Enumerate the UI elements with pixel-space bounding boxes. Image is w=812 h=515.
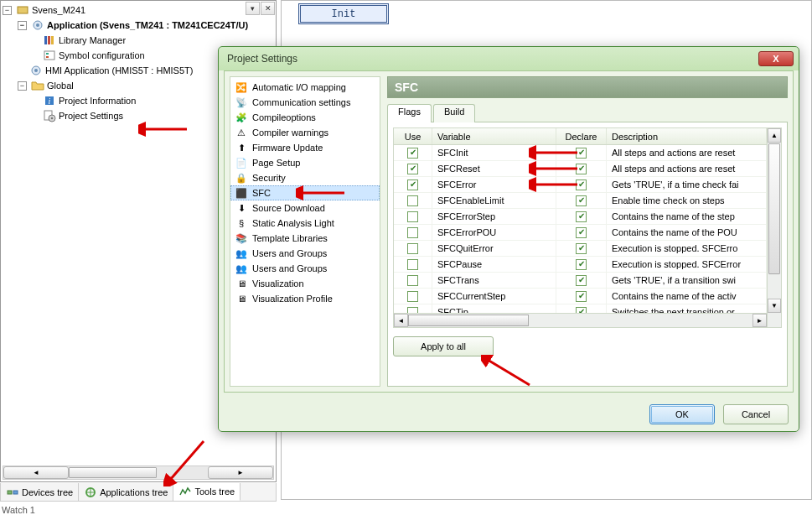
grid-row[interactable]: SFCPauseExecution is stopped. SFCError (394, 257, 767, 273)
close-icon: X (773, 54, 778, 64)
scroll-right-icon[interactable]: ► (753, 314, 767, 327)
category-icon: ⚠ (235, 126, 248, 139)
use-checkbox[interactable] (407, 275, 418, 286)
declare-checkbox[interactable] (576, 164, 587, 174)
panel-close-icon[interactable]: ✕ (261, 2, 275, 15)
category-label: Visualization (252, 278, 304, 289)
category-source-download[interactable]: ⬇Source Download (230, 200, 380, 216)
col-use[interactable]: Use (394, 128, 432, 144)
svg-rect-6 (44, 51, 54, 60)
use-checkbox[interactable] (407, 243, 418, 254)
expand-icon[interactable]: − (18, 21, 27, 30)
apply-to-all-button[interactable]: Apply to all (393, 336, 494, 356)
settings-category-list[interactable]: 🔀Automatic I/O mapping📡Communication set… (230, 76, 380, 387)
declare-checkbox[interactable] (576, 195, 587, 206)
category-automatic-i-o-mapping[interactable]: 🔀Automatic I/O mapping (230, 80, 380, 95)
tab-tools-tree[interactable]: Tools tree (173, 483, 240, 501)
tree-root[interactable]: − Svens_M241 (3, 3, 274, 18)
category-security[interactable]: 🔒Security (230, 170, 380, 185)
grid-row[interactable]: SFCInitAll steps and actions are reset (394, 145, 767, 161)
declare-checkbox[interactable] (576, 211, 587, 222)
section-title: SFC (387, 76, 788, 98)
declare-checkbox[interactable] (576, 259, 587, 270)
grid-row[interactable]: SFCResetAll steps and actions are reset (394, 161, 767, 177)
category-users-and-groups[interactable]: 👥Users and Groups (230, 261, 380, 276)
use-checkbox[interactable] (407, 164, 418, 174)
tab-devices-tree[interactable]: Devices tree (1, 483, 79, 501)
panel-dropdown-icon[interactable]: ▾ (246, 2, 260, 15)
category-sfc[interactable]: ⬛SFC (230, 185, 380, 200)
status-bar: Watch 1 (2, 505, 35, 515)
declare-checkbox[interactable] (576, 291, 587, 302)
use-checkbox[interactable] (407, 148, 418, 159)
scroll-left-icon[interactable]: ◄ (394, 314, 408, 327)
tab-applications-tree[interactable]: Applications tree (79, 483, 173, 501)
expand-icon[interactable]: − (3, 6, 12, 15)
category-firmware-update[interactable]: ⬆Firmware Update (230, 140, 380, 155)
dialog-title: Project Settings (227, 53, 297, 65)
declare-checkbox[interactable] (576, 275, 587, 286)
tree-h-scrollbar[interactable]: ◄ ► (3, 466, 274, 480)
tree-label: Global (47, 81, 74, 91)
scroll-thumb[interactable] (768, 143, 780, 274)
hmi-icon (29, 64, 43, 77)
col-description[interactable]: Description (607, 128, 767, 144)
category-template-libraries[interactable]: 📚Template Libraries (230, 231, 380, 246)
category-visualization-profile[interactable]: 🖥Visualization Profile (230, 291, 380, 306)
col-declare[interactable]: Declare (556, 128, 607, 144)
declare-checkbox[interactable] (576, 179, 587, 190)
use-checkbox[interactable] (407, 211, 418, 222)
use-checkbox[interactable] (407, 195, 418, 206)
category-compileoptions[interactable]: 🧩Compileoptions (230, 110, 380, 125)
category-visualization[interactable]: 🖥Visualization (230, 276, 380, 291)
category-page-setup[interactable]: 📄Page Setup (230, 155, 380, 170)
grid-h-scrollbar[interactable]: ◄ ► (394, 313, 767, 327)
grid-row[interactable]: SFCErrorGets 'TRUE', if a time check fai (394, 177, 767, 193)
scroll-thumb[interactable] (408, 315, 529, 326)
grid-v-scrollbar[interactable]: ▲ ▼ (767, 128, 781, 327)
scroll-left-icon[interactable]: ◄ (3, 466, 69, 479)
scroll-thumb[interactable] (69, 467, 157, 478)
panel-controls: ▾ ✕ (246, 2, 275, 15)
use-checkbox[interactable] (407, 227, 418, 238)
category-communication-settings[interactable]: 📡Communication settings (230, 95, 380, 110)
svg-rect-5 (51, 36, 54, 44)
scroll-down-icon[interactable]: ▼ (768, 299, 781, 313)
use-checkbox[interactable] (407, 179, 418, 190)
variable-cell: SFCInit (432, 145, 556, 160)
category-label: Firmware Update (252, 143, 323, 153)
dialog-titlebar[interactable]: Project Settings X (219, 47, 799, 70)
ok-button[interactable]: OK (649, 404, 715, 424)
cancel-button[interactable]: Cancel (723, 404, 789, 424)
tree-application[interactable]: − Application (Svens_TM241 : TM241CEC24T… (3, 18, 274, 33)
use-checkbox[interactable] (407, 291, 418, 302)
tree-label: Library Manager (59, 35, 126, 45)
scroll-right-icon[interactable]: ► (208, 466, 273, 479)
tab-label: Tools tree (194, 486, 235, 497)
declare-checkbox[interactable] (576, 148, 587, 159)
tab-build[interactable]: Build (433, 104, 475, 122)
svg-rect-0 (18, 7, 28, 13)
tab-flags[interactable]: Flags (387, 104, 432, 122)
category-static-analysis-light[interactable]: §Static Analysis Light (230, 216, 380, 231)
category-compiler-warnings[interactable]: ⚠Compiler warnings (230, 125, 380, 140)
tree-label: Project Information (59, 96, 136, 106)
category-label: Compileoptions (252, 112, 316, 122)
category-users-and-groups[interactable]: 👥Users and Groups (230, 246, 380, 261)
use-checkbox[interactable] (407, 259, 418, 270)
sfc-init-step[interactable]: Init (298, 3, 389, 24)
close-button[interactable]: X (758, 51, 794, 66)
grid-row[interactable]: SFCCurrentStepContains the name of the a… (394, 289, 767, 304)
scroll-up-icon[interactable]: ▲ (768, 128, 781, 143)
sfc-tabstrip: Flags Build (387, 103, 788, 122)
declare-checkbox[interactable] (576, 243, 587, 254)
col-variable[interactable]: Variable (432, 128, 556, 144)
category-label: Automatic I/O mapping (252, 82, 346, 92)
declare-checkbox[interactable] (576, 227, 587, 238)
grid-row[interactable]: SFCErrorPOUContains the name of the POU (394, 225, 767, 241)
grid-row[interactable]: SFCErrorStepContains the name of the ste… (394, 209, 767, 225)
grid-row[interactable]: SFCEnableLimitEnable time check on steps (394, 193, 767, 209)
grid-row[interactable]: SFCTransGets 'TRUE', if a transition swi (394, 273, 767, 289)
expand-icon[interactable]: − (18, 81, 27, 91)
grid-row[interactable]: SFCQuitErrorExecution is stopped. SFCErr… (394, 241, 767, 257)
